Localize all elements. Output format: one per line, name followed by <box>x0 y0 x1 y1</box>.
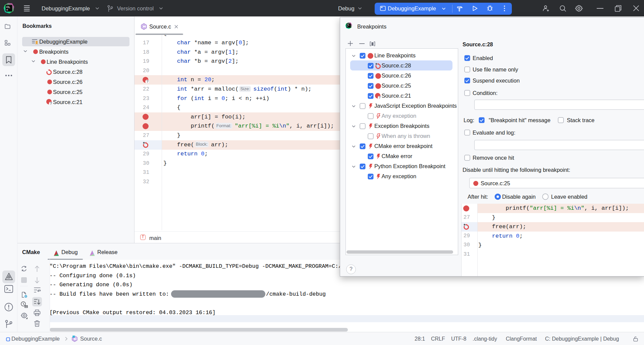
svg-text:?: ? <box>379 95 381 99</box>
svg-text:?: ? <box>146 80 149 84</box>
svg-text:?: ? <box>50 101 52 105</box>
svg-text:CL: CL <box>6 5 10 9</box>
svg-text:CL: CL <box>347 24 350 26</box>
